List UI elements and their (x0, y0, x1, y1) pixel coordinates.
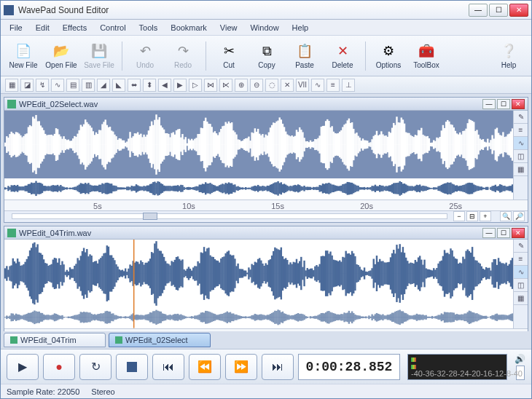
tool-button[interactable]: ≡ (326, 79, 340, 92)
tool-button[interactable]: ▶ (173, 79, 187, 92)
zoom-slider[interactable]: ⊟ (466, 211, 478, 221)
zoom-sel-button[interactable]: 🔎 (513, 211, 525, 221)
maximize-child-button[interactable]: ☐ (497, 228, 510, 238)
zoom-fit-button[interactable]: 🔍 (500, 211, 512, 221)
svg-rect-580 (383, 186, 385, 190)
side-tool[interactable]: ∿ (514, 137, 528, 150)
side-tool[interactable]: ≡ (514, 124, 528, 137)
tool-button[interactable]: ⋈ (204, 79, 217, 92)
tool-button[interactable]: ◌ (265, 79, 278, 92)
svg-rect-709 (69, 267, 71, 280)
tool-button[interactable]: ▦ (5, 79, 18, 92)
save-file-button[interactable]: 💾Save File (81, 39, 117, 74)
tool-button[interactable]: ⬍ (143, 79, 156, 92)
tool-button[interactable]: ∿ (51, 79, 64, 92)
play-button[interactable]: ▶ (7, 354, 39, 380)
minimize-child-button[interactable]: — (482, 228, 496, 238)
titlebar[interactable]: WavePad Sound Editor — ☐ ✕ (1, 1, 531, 20)
skip-start-button[interactable]: ⏮ (152, 354, 184, 380)
tool-button[interactable]: ⬌ (128, 79, 141, 92)
side-tool[interactable]: ∿ (514, 266, 528, 279)
maximize-child-button[interactable]: ☐ (497, 99, 510, 109)
tool-button[interactable]: ∿ (311, 79, 324, 92)
menu-bookmark[interactable]: Bookmark (165, 22, 213, 33)
tool-button[interactable]: ◀ (158, 79, 171, 92)
side-tool[interactable]: ≡ (514, 253, 528, 266)
waveform-titlebar[interactable]: WPEdit_02Select.wav — ☐ ✕ (4, 98, 528, 111)
close-child-button[interactable]: ✕ (512, 228, 525, 238)
delete-button[interactable]: ✕Delete (324, 39, 361, 74)
svg-rect-631 (462, 185, 463, 191)
undo-button[interactable]: ↶Undo (127, 39, 163, 74)
side-tool[interactable]: ◫ (514, 150, 528, 163)
skip-end-button[interactable]: ⏭ (262, 354, 294, 380)
svg-rect-1085 (140, 315, 141, 320)
menu-file[interactable]: File (4, 22, 28, 33)
minimize-button[interactable]: — (469, 4, 488, 17)
side-tool[interactable]: ▦ (514, 292, 528, 305)
waveform-canvas[interactable] (4, 240, 513, 328)
svg-rect-741 (119, 269, 120, 277)
tool-button[interactable]: ▥ (82, 79, 95, 92)
tool-button[interactable]: ⊕ (235, 79, 248, 92)
paste-button[interactable]: 📋Paste (286, 39, 323, 74)
forward-button[interactable]: ⏩ (225, 354, 257, 380)
close-child-button[interactable]: ✕ (512, 99, 525, 109)
svg-rect-271 (416, 135, 418, 154)
tool-button[interactable]: VII (296, 79, 309, 92)
tool-button[interactable]: ⋉ (219, 79, 232, 92)
tool-button[interactable]: ✕ (281, 79, 294, 92)
menu-tools[interactable]: Tools (133, 22, 164, 33)
time-ruler[interactable]: 5s 10s 15s (4, 328, 528, 331)
minimize-child-button[interactable]: — (482, 99, 496, 109)
options-button[interactable]: ⚙Options (370, 39, 407, 74)
side-tool[interactable]: ✎ (514, 111, 528, 124)
svg-rect-619 (444, 183, 445, 194)
tool-button[interactable]: ◣ (112, 79, 125, 92)
tool-button[interactable]: ▷ (189, 79, 202, 92)
side-tool[interactable]: ◫ (514, 279, 528, 292)
tool-button[interactable]: ⊥ (342, 79, 355, 92)
menu-edit[interactable]: Edit (30, 22, 55, 33)
copy-button[interactable]: ⧉Copy (249, 39, 285, 74)
time-ruler[interactable]: 5s 10s 15s 20s 25s (4, 200, 528, 210)
menu-control[interactable]: Control (94, 22, 131, 33)
toolbox-button[interactable]: 🧰ToolBox (408, 39, 445, 74)
record-button[interactable]: ● (43, 354, 75, 380)
tool-button[interactable]: ↯ (36, 79, 49, 92)
close-button[interactable]: ✕ (509, 4, 528, 17)
svg-rect-903 (368, 271, 369, 276)
stop-button[interactable] (116, 354, 148, 380)
rewind-button[interactable]: ⏪ (189, 354, 221, 380)
waveform-canvas[interactable] (4, 111, 513, 200)
svg-rect-449 (181, 185, 183, 191)
tab-file-2[interactable]: WPEdit_02Select (109, 333, 211, 347)
loop-button[interactable]: ↻ (79, 354, 112, 380)
tab-file-1[interactable]: WPEdit_04Trim (4, 333, 106, 347)
new-file-button[interactable]: 📄New File (5, 39, 42, 74)
svg-rect-419 (136, 184, 137, 192)
menu-window[interactable]: Window (244, 22, 284, 33)
svg-rect-91 (138, 135, 140, 154)
open-file-button[interactable]: 📂Open File (43, 39, 79, 74)
side-tool[interactable]: ✎ (514, 240, 528, 253)
scroll-thumb[interactable] (143, 213, 157, 220)
scroll-track[interactable] (12, 213, 447, 219)
cut-button[interactable]: ✂Cut (211, 39, 247, 74)
svg-rect-1008 (21, 316, 23, 320)
zoom-out-button[interactable]: − (453, 211, 465, 221)
tool-button[interactable]: ◢ (97, 79, 110, 92)
tool-button[interactable]: ⊖ (250, 79, 263, 92)
menu-effects[interactable]: Effects (57, 22, 93, 33)
svg-rect-886 (342, 257, 343, 290)
waveform-titlebar[interactable]: WPEdit_04Trim.wav — ☐ ✕ (4, 226, 528, 240)
help-button[interactable]: ❔Help (490, 39, 527, 74)
maximize-button[interactable]: ☐ (489, 4, 508, 17)
menu-view[interactable]: View (214, 22, 243, 33)
tool-button[interactable]: ▤ (66, 79, 79, 92)
redo-button[interactable]: ↷Redo (165, 39, 201, 74)
zoom-in-button[interactable]: + (480, 211, 491, 221)
side-tool[interactable]: ▦ (514, 163, 528, 176)
tool-button[interactable]: ◪ (20, 79, 34, 92)
menu-help[interactable]: Help (286, 22, 315, 33)
